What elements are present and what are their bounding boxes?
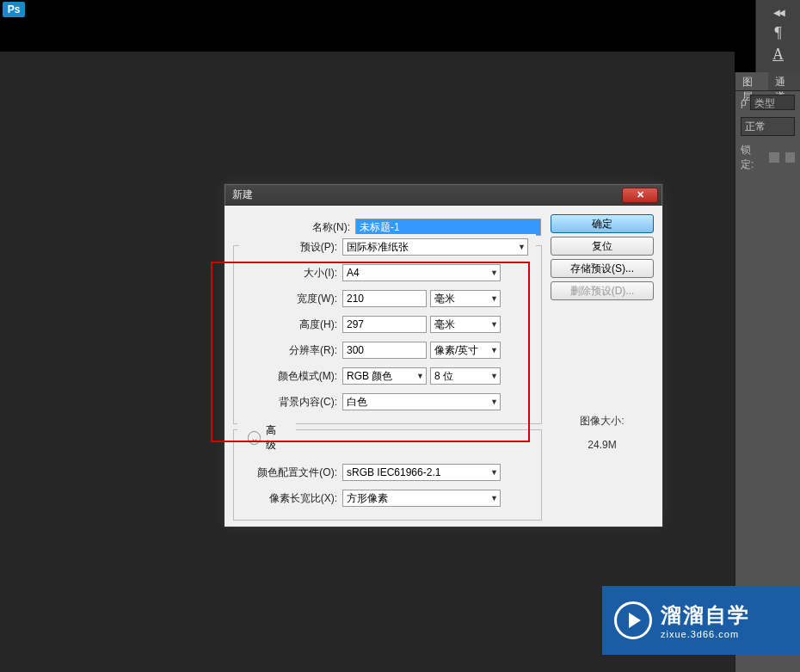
preset-select[interactable]: 国际标准纸张▼: [342, 238, 528, 256]
profile-select[interactable]: sRGB IEC61966-2.1▼: [342, 464, 501, 481]
ok-button[interactable]: 确定: [551, 214, 654, 233]
bg-select[interactable]: 白色▼: [342, 393, 501, 410]
layers-panel: 图层 通道 ρ 类型 正常 锁定:: [735, 72, 800, 672]
name-input[interactable]: [355, 219, 541, 236]
watermark-url: zixue.3d66.com: [661, 629, 750, 639]
lock-pixels-icon[interactable]: [769, 152, 778, 163]
width-unit-select[interactable]: 毫米▼: [430, 290, 501, 307]
width-input[interactable]: [342, 290, 427, 307]
tab-channels[interactable]: 通道: [768, 72, 801, 90]
new-document-dialog: 新建 ✕ 名称(N): 预设(P): 国际标准纸张▼ 大小(I):: [224, 183, 663, 527]
blend-mode-select[interactable]: 正常: [741, 117, 795, 136]
app-logo: Ps: [3, 2, 25, 17]
height-input[interactable]: [342, 316, 427, 333]
profile-label: 颜色配置文件(O):: [239, 465, 342, 480]
watermark-logo: 溜溜自学 zixue.3d66.com: [602, 586, 800, 655]
resolution-unit-select[interactable]: 像素/英寸▼: [430, 342, 501, 359]
resolution-input[interactable]: [342, 342, 427, 359]
depth-select[interactable]: 8 位▼: [430, 367, 501, 385]
dialog-titlebar[interactable]: 新建 ✕: [225, 184, 662, 206]
size-select[interactable]: A4▼: [342, 264, 501, 281]
character-panel-icon[interactable]: A: [772, 46, 784, 64]
lock-label: 锁定:: [741, 143, 763, 172]
mode-select[interactable]: RGB 颜色▼: [342, 367, 427, 385]
width-label: 宽度(W):: [239, 292, 342, 306]
resolution-label: 分辨率(R):: [239, 343, 342, 358]
reset-button[interactable]: 复位: [551, 237, 654, 256]
kind-filter-select[interactable]: 类型: [750, 95, 795, 110]
mode-label: 颜色模式(M):: [239, 369, 342, 384]
play-icon: [614, 601, 652, 639]
advanced-fieldset: ⌵ 高级 颜色配置文件(O): sRGB IEC61966-2.1▼ 像素长宽比…: [233, 429, 542, 521]
image-size-value: 24.9M: [551, 435, 654, 454]
collapsed-panel-strip[interactable]: ◀◀ ¶ A: [755, 0, 800, 72]
height-unit-select[interactable]: 毫米▼: [430, 316, 501, 333]
advanced-label: 高级: [266, 423, 286, 453]
height-label: 高度(H):: [239, 318, 342, 332]
search-icon[interactable]: ρ: [741, 96, 747, 108]
tab-layers[interactable]: 图层: [735, 72, 768, 90]
aspect-label: 像素长宽比(X):: [239, 491, 342, 506]
bg-label: 背景内容(C):: [239, 395, 342, 410]
preset-fieldset: 预设(P): 国际标准纸张▼ 大小(I): A4▼ 宽度(W): 毫米▼: [233, 245, 542, 424]
close-button[interactable]: ✕: [622, 188, 658, 203]
preset-label: 预设(P):: [239, 240, 342, 255]
advanced-toggle-icon[interactable]: ⌵: [248, 431, 261, 445]
aspect-select[interactable]: 方形像素▼: [342, 490, 501, 507]
delete-preset-button: 删除预设(D)...: [551, 281, 654, 300]
expand-panel-icon[interactable]: ◀◀: [773, 8, 784, 17]
close-icon: ✕: [637, 189, 644, 200]
save-preset-button[interactable]: 存储预设(S)...: [551, 259, 654, 278]
size-label: 大小(I):: [239, 266, 342, 281]
dialog-title: 新建: [232, 188, 253, 202]
watermark-title: 溜溜自学: [661, 601, 750, 629]
paragraph-panel-icon[interactable]: ¶: [774, 24, 781, 42]
name-label: 名称(N):: [231, 220, 355, 235]
image-size-title: 图像大小:: [551, 410, 654, 432]
lock-position-icon[interactable]: [785, 152, 795, 163]
